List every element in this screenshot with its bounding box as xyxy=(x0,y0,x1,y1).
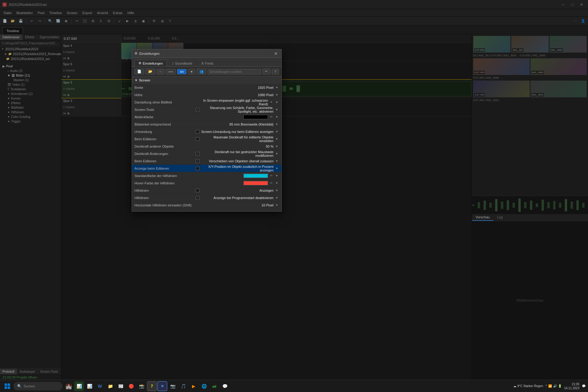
taskbar-app-music[interactable]: 🎵 xyxy=(178,381,188,391)
fav-darstellung[interactable]: ♥ xyxy=(275,100,279,104)
modal-tab-fonts[interactable]: A Fonts xyxy=(198,60,217,66)
dropdown-darstellung[interactable]: ▼ xyxy=(269,100,273,104)
fav-umrandung[interactable]: ♥ xyxy=(275,130,279,134)
edit-stdfarbe[interactable]: ✏ xyxy=(269,174,273,178)
settings-row-hilfs-anzeigen: Hilfslinien Anzeigen ♥ xyxy=(132,187,281,194)
fav-abdeckfarbe[interactable]: ♥ xyxy=(275,115,279,119)
label-editieren2: Beim Editieren xyxy=(134,159,196,163)
taskbar-app-chrome[interactable]: 🏎 xyxy=(209,381,219,391)
cb-hilfs-start[interactable] xyxy=(196,196,199,200)
modal-search-input[interactable] xyxy=(208,69,261,74)
taskbar-app-news[interactable]: 📰 xyxy=(116,381,126,391)
taskbar-app-excel[interactable]: 📊 xyxy=(74,381,84,391)
einstellungen-tab-label: Einstellungen xyxy=(143,62,163,65)
modal-close-button[interactable]: ✕ xyxy=(273,51,279,57)
val-screentools: Steuerung von Schärfe, Farbe, Geometrie,… xyxy=(201,106,273,113)
modal-tb-lines[interactable]: ─ xyxy=(156,69,164,74)
color-abdeckfarbe[interactable] xyxy=(243,115,268,119)
search-label: Suchen xyxy=(24,384,35,388)
modal-tb-list[interactable]: ≡≡ xyxy=(177,69,187,74)
tray-arrow[interactable]: ^ xyxy=(545,384,547,388)
taskbar-app-explorer[interactable]: 🏰 xyxy=(64,381,74,391)
modal-tb-grid[interactable]: ══ xyxy=(166,69,176,74)
fonts-tab-icon: A xyxy=(202,62,204,65)
label-hilfs-anzeigen: Hilfslinien xyxy=(134,189,196,192)
cb-umrandung[interactable] xyxy=(196,130,199,134)
einstellungen-tab-icon: ⚙ xyxy=(138,61,141,65)
modal-tb-open[interactable]: 📂 xyxy=(145,69,155,74)
date-display: 14.11.2023 xyxy=(564,386,579,390)
value-stdfarbe: ✏ ♥ xyxy=(196,174,279,178)
taskbar-app-photos[interactable]: 📸 xyxy=(137,381,146,391)
fav-stdfarbe[interactable]: ♥ xyxy=(275,174,279,178)
value-hoverfarbe: ✏ ♥ xyxy=(196,181,279,185)
fav-bildwinkel[interactable]: ♥ xyxy=(275,122,279,126)
time-display: 21:05 xyxy=(564,382,579,386)
modal-tab-soundkarte[interactable]: ♪ Soundkarte xyxy=(168,60,196,66)
color-stdfarbe[interactable] xyxy=(243,174,268,178)
value-bildwinkel: 85 mm Brennweite (Kleinbild) ♥ xyxy=(196,122,279,126)
taskbar-app-word[interactable]: W xyxy=(95,381,105,391)
start-button[interactable] xyxy=(2,381,12,391)
fav-hilfs-anzeigen[interactable]: ♥ xyxy=(275,188,279,193)
fav-deckkraft[interactable]: ♥ xyxy=(275,144,279,149)
cb-hilfs-anzeigen[interactable] xyxy=(196,189,199,192)
val-horiz-einrasten: 10 Pixel xyxy=(196,203,273,207)
fav-anzeige[interactable]: ♥ xyxy=(275,166,279,171)
modal-tb-new[interactable]: 📄 xyxy=(134,69,144,74)
fav-breite[interactable]: ♥ xyxy=(275,85,279,90)
label-stdfarbe: Standardfarbe der Hilfslinien xyxy=(134,174,196,178)
taskbar-app-discord[interactable]: 💬 xyxy=(220,381,230,391)
fav-editieren1[interactable]: ♥ xyxy=(275,137,279,141)
val-hilfs-anzeigen: Anzeigen xyxy=(201,189,273,192)
value-umrandung: Screen-Umrandung nur beim Editieren anze… xyxy=(196,130,279,134)
cb-editieren1[interactable] xyxy=(196,137,199,141)
modal-tb-group[interactable]: 👥 xyxy=(197,69,206,74)
taskbar-app-vlc[interactable]: ▶ xyxy=(189,381,198,391)
taskbar-app-edge[interactable]: 🌐 xyxy=(199,381,209,391)
fav-horiz-einrasten[interactable]: ♥ xyxy=(275,203,279,207)
taskbar-app-wx[interactable]: ✕ xyxy=(157,381,167,391)
modal-tab-einstellungen[interactable]: ⚙ Einstellungen xyxy=(134,60,167,66)
cb-editieren2[interactable] xyxy=(196,159,199,163)
fav-screentools[interactable]: ♥ xyxy=(275,107,279,112)
fav-vert-einrasten[interactable]: ♥ xyxy=(275,210,279,212)
cb-screentools[interactable] xyxy=(196,108,199,111)
edit-abdeckfarbe[interactable]: ✏ xyxy=(269,115,273,119)
cb-anzeige[interactable] xyxy=(196,167,199,170)
label-deckkraft-aend: Deckkraft-Änderungen xyxy=(134,152,196,156)
fav-hoverfarbe[interactable]: ♥ xyxy=(275,181,279,185)
tray-volume[interactable]: 🔊 xyxy=(553,384,557,388)
tray-network[interactable]: 📶 xyxy=(548,384,552,388)
val-editieren2: Verschieben von Objekten überall zulasse… xyxy=(201,159,273,163)
cb-deckkraft-aend[interactable] xyxy=(196,152,199,156)
settings-row-bildwinkel: Bildwinkel entsprechend 85 mm Brennweite… xyxy=(132,121,281,128)
value-editieren1: Maximale Deckkraft für editierte Objekte… xyxy=(196,135,279,143)
taskbar-app-7[interactable]: 7 xyxy=(147,381,157,391)
settings-row-darstellung: Darstellung ohne Bildfeld In Screen einp… xyxy=(132,99,281,106)
screen-section-header[interactable]: ▼ Screen xyxy=(132,77,281,84)
fav-deckkraft-aend[interactable]: ♥ xyxy=(275,152,279,156)
taskbar-app-ppt[interactable]: 📊 xyxy=(85,381,94,391)
fav-editieren2[interactable]: ♥ xyxy=(275,159,279,163)
modal-tb-fav[interactable]: ♥ xyxy=(188,69,195,74)
taskbar-app-folder[interactable]: 📁 xyxy=(105,381,115,391)
tray-battery[interactable]: 🔋 xyxy=(558,384,562,388)
edit-hoverfarbe[interactable]: ✏ xyxy=(269,181,273,185)
color-hoverfarbe[interactable] xyxy=(243,181,268,185)
fav-hilfs-start[interactable]: ♥ xyxy=(275,196,279,200)
taskbar-search[interactable]: 🔍 Suchen xyxy=(13,382,62,390)
fav-hoehe[interactable]: ♥ xyxy=(275,93,279,97)
settings-row-vert-einrasten: Vertikale Hilfslinien einrasten (Shift) … xyxy=(132,209,281,211)
settings-row-hoehe: Höhe 1080 Pixel ♥ xyxy=(132,91,281,99)
taskbar-app-cam[interactable]: 📷 xyxy=(168,381,178,391)
taskbar-time[interactable]: 21:05 14.11.2023 xyxy=(564,382,579,390)
label-editieren1: Beim Editieren xyxy=(134,137,196,141)
modal-tb-cut[interactable]: ✂ xyxy=(262,69,270,74)
value-hilfs-anzeigen: Anzeigen ♥ xyxy=(196,188,279,193)
taskbar-app-red[interactable]: 🔴 xyxy=(126,381,136,391)
modal-tb-help[interactable]: ? xyxy=(272,69,279,74)
val-breite: 1920 Pixel xyxy=(196,86,273,89)
tray-notification[interactable]: 💬 xyxy=(582,384,586,388)
val-deckkraft: 50 % xyxy=(196,145,273,148)
